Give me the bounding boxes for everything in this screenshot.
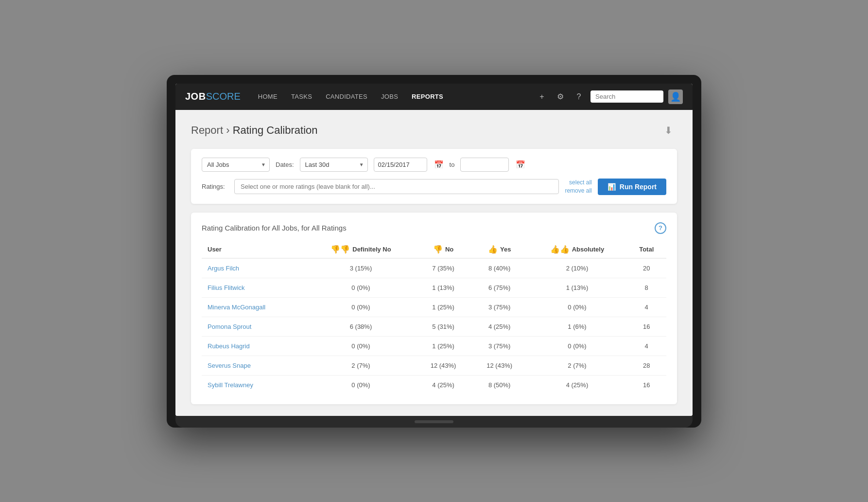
cell-no-1: 1 (13%) <box>415 278 471 297</box>
calendar-from-icon[interactable]: 📅 <box>434 160 444 169</box>
jobs-select-wrapper: All Jobs ▼ <box>202 158 270 172</box>
breadcrumb-separator: › <box>226 124 232 136</box>
filters-row1: All Jobs ▼ Dates: Last 30d ▼ 📅 to <box>202 158 666 172</box>
breadcrumb: Report › Rating Calibration <box>191 124 318 137</box>
col-user-label: User <box>208 246 222 253</box>
cell-yes-5: 12 (43%) <box>471 356 528 375</box>
cell-absolutely-0: 2 (10%) <box>527 258 626 278</box>
cell-total-0: 20 <box>626 258 666 278</box>
filters-row2: Ratings: select all remove all 📊 Run Rep… <box>202 179 666 195</box>
select-all-link[interactable]: select all <box>569 179 592 187</box>
breadcrumb-current: Rating Calibration <box>233 124 318 136</box>
cell-definitely-no-4: 0 (0%) <box>307 336 416 356</box>
calendar-to-icon[interactable]: 📅 <box>516 160 525 169</box>
cell-user-3[interactable]: Pomona Sprout <box>202 317 307 336</box>
cell-total-4: 4 <box>626 336 666 356</box>
col-yes: 👍 Yes <box>471 241 528 258</box>
content-area: Report › Rating Calibration ⬇ All Jobs ▼… <box>175 110 693 416</box>
run-report-button[interactable]: 📊 Run Report <box>598 179 666 195</box>
table-row: Minerva McGonagall 0 (0%) 1 (25%) 3 (75%… <box>202 297 666 317</box>
ratings-input[interactable] <box>234 179 559 194</box>
cell-absolutely-5: 2 (7%) <box>527 356 626 375</box>
cell-absolutely-6: 4 (25%) <box>527 375 626 394</box>
cell-user-0[interactable]: Argus Filch <box>202 258 307 278</box>
run-report-label: Run Report <box>620 183 657 191</box>
cell-user-1[interactable]: Filius Flitwick <box>202 278 307 297</box>
date-from-input[interactable] <box>374 158 427 172</box>
cell-yes-2: 3 (75%) <box>471 297 528 317</box>
cell-definitely-no-0: 3 (15%) <box>307 258 416 278</box>
cell-definitely-no-1: 0 (0%) <box>307 278 416 297</box>
cell-no-4: 1 (25%) <box>415 336 471 356</box>
definitely-no-icon: 👎👎 <box>330 245 350 254</box>
cell-yes-0: 8 (40%) <box>471 258 528 278</box>
ratings-table: User 👎👎 Definitely No <box>202 241 666 394</box>
date-to-input[interactable] <box>460 158 509 172</box>
cell-no-3: 5 (31%) <box>415 317 471 336</box>
remove-all-link[interactable]: remove all <box>565 187 591 195</box>
table-row: Filius Flitwick 0 (0%) 1 (13%) 6 (75%) 1… <box>202 278 666 297</box>
laptop-base <box>175 416 693 428</box>
table-title: Rating Calibration for All Jobs, for All… <box>202 224 347 232</box>
cell-total-1: 8 <box>626 278 666 297</box>
page-header: Report › Rating Calibration ⬇ <box>191 122 677 139</box>
col-absolutely-label: Absolutely <box>572 246 604 253</box>
to-label: to <box>450 161 455 168</box>
logo-score: SCORE <box>206 91 241 102</box>
search-input[interactable] <box>590 90 663 103</box>
nav-home[interactable]: HOME <box>252 90 283 103</box>
cell-no-5: 12 (43%) <box>415 356 471 375</box>
nav-actions: + ⚙ ? 👤 <box>535 90 683 104</box>
logo-job: JOB <box>185 91 206 102</box>
col-definitely-no: 👎👎 Definitely No <box>307 241 416 258</box>
cell-user-5[interactable]: Severus Snape <box>202 356 307 375</box>
table-row: Sybill Trelawney 0 (0%) 4 (25%) 8 (50%) … <box>202 375 666 394</box>
cell-definitely-no-2: 0 (0%) <box>307 297 416 317</box>
cell-total-3: 16 <box>626 317 666 336</box>
navbar: JOBSCORE HOME TASKS CANDIDATES JOBS REPO… <box>175 84 693 110</box>
help-icon[interactable]: ? <box>572 90 586 104</box>
cell-absolutely-2: 0 (0%) <box>527 297 626 317</box>
cell-total-5: 28 <box>626 356 666 375</box>
col-total: Total <box>626 241 666 258</box>
col-no: 👎 No <box>415 241 471 258</box>
table-help-icon[interactable]: ? <box>655 222 666 234</box>
yes-icon: 👍 <box>488 245 498 254</box>
jobs-select[interactable]: All Jobs <box>202 158 270 172</box>
nav-candidates[interactable]: CANDIDATES <box>320 90 373 103</box>
cell-total-6: 16 <box>626 375 666 394</box>
cell-definitely-no-6: 0 (0%) <box>307 375 416 394</box>
nav-tasks[interactable]: TASKS <box>285 90 318 103</box>
select-links: select all remove all <box>565 179 591 195</box>
cell-user-2[interactable]: Minerva McGonagall <box>202 297 307 317</box>
breadcrumb-parent: Report <box>191 124 223 136</box>
cell-definitely-no-3: 6 (38%) <box>307 317 416 336</box>
cell-yes-1: 6 (75%) <box>471 278 528 297</box>
download-button[interactable]: ⬇ <box>660 122 677 139</box>
run-report-icon: 📊 <box>608 183 616 191</box>
avatar: 👤 <box>668 90 683 104</box>
cell-user-6[interactable]: Sybill Trelawney <box>202 375 307 394</box>
col-yes-label: Yes <box>500 246 511 253</box>
cell-yes-3: 4 (25%) <box>471 317 528 336</box>
nav-links: HOME TASKS CANDIDATES JOBS REPORTS <box>252 90 535 103</box>
cell-yes-6: 8 (50%) <box>471 375 528 394</box>
table-card: Rating Calibration for All Jobs, for All… <box>191 213 677 404</box>
absolutely-icon: 👍👍 <box>550 245 570 254</box>
table-row: Rubeus Hagrid 0 (0%) 1 (25%) 3 (75%) 0 (… <box>202 336 666 356</box>
cell-absolutely-1: 1 (13%) <box>527 278 626 297</box>
dates-label: Dates: <box>276 161 294 168</box>
date-range-select[interactable]: Last 30d <box>300 158 368 172</box>
nav-reports[interactable]: REPORTS <box>406 90 449 103</box>
nav-jobs[interactable]: JOBS <box>375 90 404 103</box>
cell-absolutely-3: 1 (6%) <box>527 317 626 336</box>
col-total-label: Total <box>639 246 654 253</box>
table-row: Severus Snape 2 (7%) 12 (43%) 12 (43%) 2… <box>202 356 666 375</box>
cell-user-4[interactable]: Rubeus Hagrid <box>202 336 307 356</box>
table-row: Argus Filch 3 (15%) 7 (35%) 8 (40%) 2 (1… <box>202 258 666 278</box>
ratings-label: Ratings: <box>202 183 228 190</box>
settings-icon[interactable]: ⚙ <box>554 90 567 104</box>
col-definitely-no-label: Definitely No <box>352 246 391 253</box>
filters-card: All Jobs ▼ Dates: Last 30d ▼ 📅 to <box>191 149 677 204</box>
add-icon[interactable]: + <box>535 90 549 104</box>
